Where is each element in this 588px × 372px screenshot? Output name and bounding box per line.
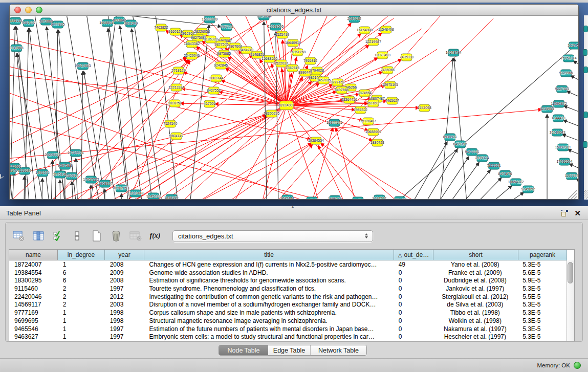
graph-node[interactable]: 17359924 (68, 149, 83, 157)
graph-node[interactable]: 1394275 (35, 169, 49, 177)
table-cell[interactable]: 5.3E-5 (517, 300, 566, 309)
graph-node[interactable]: 9242845 (214, 62, 228, 69)
graph-node[interactable]: 2718129 (171, 67, 185, 74)
table-cell[interactable]: Stergiakouli et al. (2012) (433, 293, 518, 301)
graph-node[interactable]: 1362615 (286, 64, 299, 72)
table-cell[interactable]: 6 (58, 276, 105, 285)
graph-node[interactable]: 19384554 (308, 137, 324, 144)
table-cell[interactable]: Estimation of significance thresholds fo… (144, 276, 394, 285)
table-cell[interactable]: 0 (394, 276, 433, 285)
table-cell[interactable]: 0 (394, 269, 433, 277)
create-column-icon[interactable] (91, 230, 103, 242)
table-cell[interactable]: 18300295 (9, 276, 58, 285)
table-cell[interactable]: 1 (58, 317, 105, 325)
table-cell[interactable]: 5.3E-5 (517, 317, 566, 325)
table-cell[interactable]: 0 (394, 317, 433, 325)
table-cell[interactable]: 2008 (105, 260, 144, 269)
graph-node[interactable]: 1350513 (64, 172, 78, 180)
graph-node[interactable]: 1811349 (124, 20, 138, 27)
table-cell[interactable]: Wolkin et al. (1998) (433, 317, 518, 325)
graph-node[interactable]: 11548408 (378, 26, 394, 33)
column-header-out_de[interactable]: △out_de… (394, 250, 433, 260)
column-header-short[interactable]: short (433, 250, 518, 260)
minimize-window-button[interactable] (25, 7, 32, 13)
table-cell[interactable]: 2009 (105, 269, 144, 277)
graph-node[interactable]: 1544098 (418, 104, 431, 112)
graph-node[interactable]: 2087682 (347, 16, 361, 23)
float-panel-icon[interactable] (561, 210, 568, 216)
table-row[interactable]: 977716911998Corpus callosum shape and si… (9, 309, 566, 317)
table-cell[interactable]: 1 (58, 309, 105, 317)
table-cell[interactable]: 22420046 (9, 293, 58, 301)
graph-node[interactable]: 8427552 (207, 87, 221, 94)
graph-node[interactable]: 20510853 (75, 62, 91, 70)
graph-node[interactable]: 9685141 (280, 195, 294, 199)
table-cell[interactable]: 2 (58, 293, 105, 301)
table-cell[interactable]: Hescheler et al. (1997) (433, 333, 518, 341)
graph-node[interactable]: 9875685 (217, 50, 231, 57)
table-cell[interactable]: 5.3E-5 (517, 333, 566, 341)
graph-node[interactable]: 9794028 (310, 67, 324, 74)
graph-node[interactable]: 8813054 (257, 16, 271, 20)
table-cell[interactable]: Estimation of the future numbers of pati… (144, 325, 394, 333)
network-graph-canvas[interactable]: 1872400774638229160128391295428226058982… (10, 16, 578, 199)
graph-node[interactable]: 7485065 (381, 67, 395, 74)
table-source-select[interactable]: citations_edges.txt (172, 230, 373, 242)
table-cell[interactable]: Dudbridge et al. (2008) (433, 276, 518, 285)
table-cell[interactable]: 5.3E-5 (517, 309, 566, 317)
graph-node[interactable]: 7524540 (163, 120, 177, 127)
delete-table-icon[interactable] (129, 230, 142, 242)
graph-node[interactable]: 9245239 (146, 193, 160, 199)
table-cell[interactable]: Disruption of a novel member of a sodium… (144, 300, 394, 309)
close-panel-icon[interactable]: ✕ (574, 210, 581, 216)
graph-node[interactable]: 7485038 (400, 54, 413, 61)
table-row[interactable]: 946362711997Embryonic stem cells: a mode… (9, 333, 566, 341)
graph-node[interactable]: 1112453 (568, 42, 578, 49)
graph-node[interactable]: 9361407 (21, 19, 35, 27)
graph-node[interactable]: 16154808 (357, 27, 373, 34)
table-cell[interactable]: 1997 (105, 285, 144, 293)
table-cell[interactable]: 1 (58, 325, 105, 333)
column-header-in_degree[interactable]: in_degree (58, 250, 105, 260)
table-cell[interactable]: 0 (394, 325, 433, 333)
graph-node[interactable]: 7604147 (169, 133, 183, 140)
table-cell[interactable]: 19384554 (9, 269, 58, 277)
graph-node[interactable]: 3824554 (358, 90, 372, 97)
memory-indicator-icon[interactable] (574, 362, 581, 369)
graph-node[interactable]: 1244413 (551, 115, 565, 122)
table-cell[interactable]: Embryonic stem cells: a model to study s… (144, 333, 394, 341)
graph-node[interactable]: 1884134 (10, 17, 23, 25)
graph-node[interactable]: 9245652 (521, 186, 535, 193)
column-header-name[interactable]: name (9, 250, 58, 260)
graph-node[interactable]: 8186328 (204, 36, 217, 43)
close-window-button[interactable] (14, 7, 21, 13)
table-cell[interactable]: 9463627 (9, 333, 58, 341)
graph-node[interactable]: 7857224 (220, 24, 233, 31)
tab-network-table[interactable]: Network Table (310, 345, 366, 355)
table-row[interactable]: 911546021997Tourette syndrome. Phenomeno… (9, 285, 566, 293)
graph-node[interactable]: 2803144 (209, 75, 223, 82)
graph-node[interactable]: 16033809 (202, 16, 217, 23)
graph-node[interactable]: 10648784 (446, 49, 462, 56)
table-cell[interactable]: 2 (58, 300, 105, 309)
table-cell[interactable]: 9777169 (9, 309, 58, 317)
table-cell[interactable]: 5.3E-5 (517, 260, 566, 269)
graph-node[interactable]: 7463822 (154, 24, 168, 31)
table-cell[interactable]: Corpus callosum shape and size in male p… (144, 309, 394, 317)
table-cell[interactable]: 5.3E-5 (517, 325, 566, 333)
row-height-icon[interactable] (71, 230, 83, 242)
table-cell[interactable]: Yano et al. (2008) (433, 260, 518, 269)
table-cell[interactable]: Tourette syndrome. Phenomenology and cla… (144, 285, 394, 293)
table-cell[interactable]: 1998 (105, 309, 144, 317)
graph-node[interactable]: 6479197 (453, 141, 467, 148)
graph-node[interactable]: 12213384 (168, 84, 184, 91)
table-cell[interactable]: Tibbo et al. (1998) (433, 309, 518, 317)
split-divider-grip[interactable]: ▴ (292, 205, 294, 208)
table-cell[interactable]: 1997 (105, 325, 144, 333)
table-cell[interactable]: 9465546 (9, 325, 58, 333)
graph-node[interactable]: 16210643 (550, 129, 565, 136)
graph-node[interactable]: 9474444 (465, 148, 479, 156)
graph-node[interactable]: 1010752 (168, 100, 182, 107)
show-columns-icon[interactable] (32, 230, 45, 242)
graph-node[interactable]: 1838159 (164, 194, 178, 199)
